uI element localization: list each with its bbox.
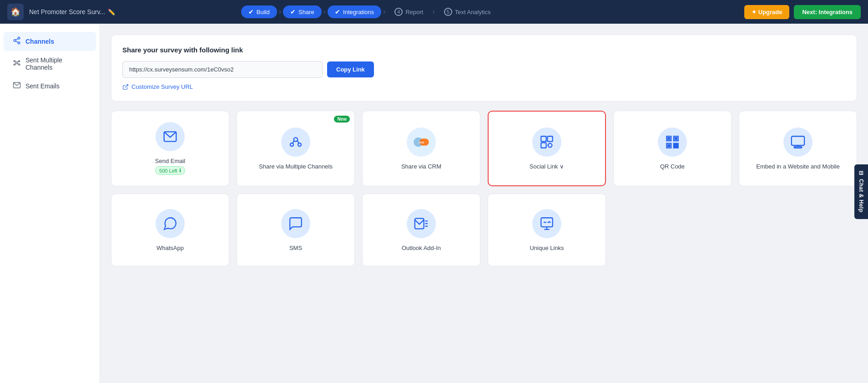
svg-point-28 — [548, 143, 552, 147]
svg-line-4 — [15, 39, 18, 40]
top-navigation: 🏠 Net Promoter Score Surv... ✏️ ✔ Build … — [0, 0, 868, 24]
sidebar-channels-label: Channels — [25, 38, 54, 45]
svg-point-2 — [18, 42, 20, 44]
share-crm-label: Share via CRM — [401, 163, 441, 170]
sidebar: Channels Sent Multiple Channels Sent Ema… — [0, 24, 100, 383]
home-button[interactable]: 🏠 — [7, 4, 24, 20]
svg-text:CRM: CRM — [419, 141, 424, 143]
customize-url-link[interactable]: Customize Survey URL — [122, 83, 846, 90]
channel-sms[interactable]: SMS — [237, 194, 355, 266]
sidebar-sent-multiple-label: Sent Multiple Channels — [25, 56, 87, 71]
svg-rect-33 — [675, 138, 677, 139]
svg-rect-26 — [547, 136, 552, 141]
svg-rect-41 — [794, 146, 802, 148]
svg-line-20 — [293, 140, 294, 143]
whatsapp-label: WhatsApp — [156, 245, 184, 251]
sidebar-item-channels[interactable]: Channels — [4, 32, 96, 51]
step-arrow-2: › — [323, 8, 326, 16]
channel-qr-code[interactable]: QR Code — [613, 111, 732, 186]
svg-line-3 — [15, 41, 18, 42]
chat-help-icon: ⊟ — [858, 170, 864, 175]
step-text-analytics[interactable]: 5 Text Analytics — [437, 5, 498, 19]
svg-point-0 — [18, 37, 20, 40]
sent-multiple-icon — [13, 59, 21, 69]
step-report[interactable]: 4 Report — [387, 5, 430, 19]
svg-rect-38 — [674, 146, 676, 148]
svg-rect-37 — [676, 146, 678, 148]
step-share[interactable]: ✔ Share — [283, 5, 322, 18]
sms-icon-circle — [281, 209, 310, 238]
svg-rect-39 — [676, 143, 678, 145]
svg-line-10 — [15, 61, 16, 62]
embed-icon-circle — [783, 128, 812, 157]
svg-rect-34 — [668, 144, 670, 146]
link-row: Copy Link — [122, 61, 846, 78]
survey-title-text: Net Promoter Score Surv... — [29, 8, 105, 15]
next-integrations-button[interactable]: Next: Integrations — [794, 5, 861, 19]
unique-links-icon-circle — [532, 209, 561, 238]
channel-unique-links[interactable]: Unique Links — [488, 194, 606, 266]
step-integrations[interactable]: ✔ Integrations — [328, 5, 381, 18]
svg-point-1 — [14, 40, 16, 42]
outlook-icon-circle — [407, 209, 436, 238]
channel-whatsapp[interactable]: WhatsApp — [111, 194, 229, 266]
send-email-label: Send Email — [155, 158, 185, 164]
copy-link-button[interactable]: Copy Link — [327, 61, 374, 77]
share-link-title: Share your survey with following link — [122, 46, 846, 54]
survey-link-input[interactable] — [122, 61, 323, 78]
step-build[interactable]: ✔ Build — [241, 5, 277, 18]
svg-rect-25 — [541, 136, 546, 141]
svg-line-15 — [125, 84, 128, 87]
step-arrow-4: › — [432, 8, 434, 16]
new-badge-multiple: New — [334, 116, 350, 123]
sidebar-item-sent-emails[interactable]: Sent Emails — [4, 77, 96, 96]
chat-help-button[interactable]: ⊟ Chat & Help — [854, 164, 868, 219]
channel-send-email[interactable]: Send Email 500 Left ℹ — [111, 111, 229, 186]
svg-rect-40 — [792, 136, 804, 145]
channel-social-link[interactable]: Social Link ∨ — [488, 111, 606, 186]
main-layout: Channels Sent Multiple Channels Sent Ema… — [0, 24, 868, 383]
channel-outlook[interactable]: Outlook Add-In — [362, 194, 480, 266]
qr-code-icon-circle — [658, 128, 687, 157]
svg-point-9 — [14, 64, 15, 65]
sidebar-item-sent-multiple[interactable]: Sent Multiple Channels — [4, 52, 96, 76]
channel-share-multiple[interactable]: New Share via Multiple Channels — [237, 111, 355, 186]
qr-code-label: QR Code — [660, 163, 685, 170]
share-multiple-label: Share via Multiple Channels — [259, 163, 333, 170]
share-multiple-icon-circle — [281, 128, 310, 157]
share-link-box: Share your survey with following link Co… — [111, 35, 857, 102]
unique-links-label: Unique Links — [530, 245, 564, 251]
svg-rect-32 — [668, 138, 670, 139]
svg-point-7 — [14, 61, 15, 62]
main-content: Share your survey with following link Co… — [100, 24, 868, 383]
svg-rect-36 — [674, 143, 676, 145]
svg-line-11 — [18, 61, 19, 62]
chat-help-label: Chat & Help — [858, 179, 864, 213]
send-email-icon-circle — [156, 122, 185, 151]
step-num-report: 4 — [394, 8, 403, 16]
embed-label: Embed in a Website and Mobile — [756, 163, 839, 170]
svg-line-12 — [15, 63, 16, 65]
sent-emails-icon — [13, 81, 21, 91]
sms-label: SMS — [289, 245, 302, 251]
svg-rect-50 — [541, 218, 553, 227]
social-link-icon-circle — [532, 128, 561, 157]
channel-embed[interactable]: Embed in a Website and Mobile — [739, 111, 857, 186]
channels-icon — [13, 36, 21, 46]
step-arrow-3: › — [383, 8, 385, 16]
nav-right: ✦ Upgrade Next: Integrations — [744, 5, 861, 19]
customize-url-text: Customize Survey URL — [131, 83, 193, 90]
svg-line-21 — [298, 140, 299, 143]
step-arrow-1: › — [279, 8, 281, 16]
nav-steps: ✔ Build › ✔ Share › ✔ Integrations › 4 R… — [241, 5, 498, 19]
whatsapp-icon-circle — [156, 209, 185, 238]
edit-title-icon[interactable]: ✏️ — [108, 9, 115, 15]
channel-share-crm[interactable]: CRM Share via CRM — [362, 111, 480, 186]
upgrade-button[interactable]: ✦ Upgrade — [744, 5, 789, 19]
channels-row-2: WhatsApp SMS — [111, 194, 857, 266]
sidebar-sent-emails-label: Sent Emails — [25, 82, 60, 90]
svg-rect-27 — [541, 143, 546, 148]
social-link-label: Social Link ∨ — [530, 163, 564, 170]
svg-point-8 — [19, 64, 20, 65]
channels-row-1: Send Email 500 Left ℹ New Share via Mult… — [111, 111, 857, 186]
